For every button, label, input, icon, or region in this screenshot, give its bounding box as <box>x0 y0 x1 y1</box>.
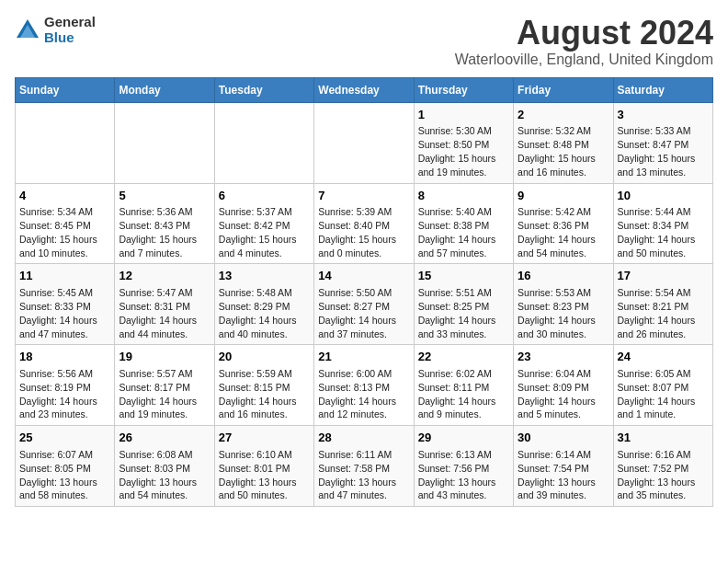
day-number: 8 <box>418 188 509 204</box>
calendar-cell: 9Sunrise: 5:42 AM Sunset: 8:36 PM Daylig… <box>514 183 613 264</box>
day-info: Sunrise: 5:45 AM Sunset: 8:33 PM Dayligh… <box>19 287 97 339</box>
day-info: Sunrise: 6:04 AM Sunset: 8:09 PM Dayligh… <box>518 368 596 420</box>
day-number: 4 <box>19 188 110 204</box>
calendar-cell: 10Sunrise: 5:44 AM Sunset: 8:34 PM Dayli… <box>613 183 712 264</box>
calendar-cell: 2Sunrise: 5:32 AM Sunset: 8:48 PM Daylig… <box>514 102 613 183</box>
calendar-cell: 8Sunrise: 5:40 AM Sunset: 8:38 PM Daylig… <box>414 183 513 264</box>
day-info: Sunrise: 5:53 AM Sunset: 8:23 PM Dayligh… <box>518 287 596 339</box>
day-info: Sunrise: 5:47 AM Sunset: 8:31 PM Dayligh… <box>119 287 197 339</box>
calendar-week-4: 18Sunrise: 5:56 AM Sunset: 8:19 PM Dayli… <box>16 345 713 426</box>
calendar-cell <box>115 102 214 183</box>
calendar-cell: 6Sunrise: 5:37 AM Sunset: 8:42 PM Daylig… <box>214 183 313 264</box>
day-number: 3 <box>618 107 709 123</box>
day-info: Sunrise: 6:05 AM Sunset: 8:07 PM Dayligh… <box>618 368 696 420</box>
title-block: August 2024 Waterlooville, England, Unit… <box>455 15 713 68</box>
calendar-cell: 16Sunrise: 5:53 AM Sunset: 8:23 PM Dayli… <box>514 264 613 345</box>
day-info: Sunrise: 5:34 AM Sunset: 8:45 PM Dayligh… <box>19 206 97 259</box>
day-number: 11 <box>19 268 110 284</box>
day-number: 15 <box>418 268 509 284</box>
day-number: 6 <box>219 188 310 204</box>
day-number: 22 <box>418 349 509 365</box>
day-number: 23 <box>518 349 609 365</box>
day-info: Sunrise: 5:32 AM Sunset: 8:48 PM Dayligh… <box>518 125 596 178</box>
calendar-cell: 22Sunrise: 6:02 AM Sunset: 8:11 PM Dayli… <box>414 345 513 426</box>
calendar-cell: 28Sunrise: 6:11 AM Sunset: 7:58 PM Dayli… <box>314 426 414 507</box>
day-number: 5 <box>119 188 210 204</box>
calendar-cell: 21Sunrise: 6:00 AM Sunset: 8:13 PM Dayli… <box>314 345 414 426</box>
calendar-week-3: 11Sunrise: 5:45 AM Sunset: 8:33 PM Dayli… <box>16 264 713 345</box>
calendar-cell: 17Sunrise: 5:54 AM Sunset: 8:21 PM Dayli… <box>613 264 712 345</box>
calendar-cell: 19Sunrise: 5:57 AM Sunset: 8:17 PM Dayli… <box>115 345 214 426</box>
day-info: Sunrise: 6:08 AM Sunset: 8:03 PM Dayligh… <box>119 449 197 501</box>
day-number: 12 <box>119 268 210 284</box>
page-title: August 2024 <box>455 15 713 52</box>
day-info: Sunrise: 6:16 AM Sunset: 7:52 PM Dayligh… <box>618 449 696 501</box>
day-info: Sunrise: 5:37 AM Sunset: 8:42 PM Dayligh… <box>219 206 297 259</box>
calendar-cell: 14Sunrise: 5:50 AM Sunset: 8:27 PM Dayli… <box>314 264 414 345</box>
day-number: 26 <box>119 430 210 446</box>
day-number: 2 <box>518 107 609 123</box>
day-number: 25 <box>19 430 110 446</box>
calendar-cell: 31Sunrise: 6:16 AM Sunset: 7:52 PM Dayli… <box>613 426 712 507</box>
day-info: Sunrise: 5:50 AM Sunset: 8:27 PM Dayligh… <box>318 287 396 339</box>
day-info: Sunrise: 5:51 AM Sunset: 8:25 PM Dayligh… <box>418 287 496 339</box>
day-info: Sunrise: 6:10 AM Sunset: 8:01 PM Dayligh… <box>219 449 297 501</box>
day-info: Sunrise: 5:30 AM Sunset: 8:50 PM Dayligh… <box>418 125 496 178</box>
day-info: Sunrise: 6:13 AM Sunset: 7:56 PM Dayligh… <box>418 449 496 501</box>
day-number: 18 <box>19 349 110 365</box>
calendar-cell: 1Sunrise: 5:30 AM Sunset: 8:50 PM Daylig… <box>414 102 513 183</box>
calendar-cell: 24Sunrise: 6:05 AM Sunset: 8:07 PM Dayli… <box>613 345 712 426</box>
calendar-cell: 4Sunrise: 5:34 AM Sunset: 8:45 PM Daylig… <box>16 183 115 264</box>
header-thursday: Thursday <box>414 77 513 102</box>
day-number: 9 <box>518 188 609 204</box>
day-number: 21 <box>318 349 409 365</box>
calendar-cell <box>214 102 313 183</box>
calendar-cell: 29Sunrise: 6:13 AM Sunset: 7:56 PM Dayli… <box>414 426 513 507</box>
calendar-cell: 3Sunrise: 5:33 AM Sunset: 8:47 PM Daylig… <box>613 102 712 183</box>
calendar-week-5: 25Sunrise: 6:07 AM Sunset: 8:05 PM Dayli… <box>16 426 713 507</box>
logo-blue-text: Blue <box>44 30 96 46</box>
day-number: 31 <box>618 430 709 446</box>
header-tuesday: Tuesday <box>214 77 313 102</box>
header-sunday: Sunday <box>16 77 115 102</box>
day-info: Sunrise: 6:02 AM Sunset: 8:11 PM Dayligh… <box>418 368 496 420</box>
day-number: 27 <box>219 430 310 446</box>
day-info: Sunrise: 6:14 AM Sunset: 7:54 PM Dayligh… <box>518 449 596 501</box>
calendar-cell <box>16 102 115 183</box>
day-number: 19 <box>119 349 210 365</box>
page-header: General Blue August 2024 Waterlooville, … <box>15 15 713 68</box>
calendar-cell: 30Sunrise: 6:14 AM Sunset: 7:54 PM Dayli… <box>514 426 613 507</box>
day-info: Sunrise: 5:56 AM Sunset: 8:19 PM Dayligh… <box>19 368 97 420</box>
day-info: Sunrise: 5:36 AM Sunset: 8:43 PM Dayligh… <box>119 206 197 259</box>
day-number: 24 <box>618 349 709 365</box>
calendar-table: SundayMondayTuesdayWednesdayThursdayFrid… <box>15 77 713 508</box>
header-saturday: Saturday <box>613 77 712 102</box>
header-monday: Monday <box>115 77 214 102</box>
calendar-cell: 12Sunrise: 5:47 AM Sunset: 8:31 PM Dayli… <box>115 264 214 345</box>
day-number: 29 <box>418 430 509 446</box>
calendar-cell: 25Sunrise: 6:07 AM Sunset: 8:05 PM Dayli… <box>16 426 115 507</box>
calendar-cell: 26Sunrise: 6:08 AM Sunset: 8:03 PM Dayli… <box>115 426 214 507</box>
logo-general-text: General <box>44 15 96 30</box>
day-number: 17 <box>618 268 709 284</box>
day-info: Sunrise: 6:11 AM Sunset: 7:58 PM Dayligh… <box>318 449 396 501</box>
day-number: 30 <box>518 430 609 446</box>
calendar-cell: 5Sunrise: 5:36 AM Sunset: 8:43 PM Daylig… <box>115 183 214 264</box>
day-number: 7 <box>318 188 409 204</box>
day-info: Sunrise: 5:33 AM Sunset: 8:47 PM Dayligh… <box>618 125 696 178</box>
day-info: Sunrise: 5:59 AM Sunset: 8:15 PM Dayligh… <box>219 368 297 420</box>
day-number: 28 <box>318 430 409 446</box>
calendar-header-row: SundayMondayTuesdayWednesdayThursdayFrid… <box>16 77 713 102</box>
calendar-cell: 27Sunrise: 6:10 AM Sunset: 8:01 PM Dayli… <box>214 426 313 507</box>
logo-icon <box>15 17 40 43</box>
logo-text: General Blue <box>44 15 96 45</box>
calendar-cell: 11Sunrise: 5:45 AM Sunset: 8:33 PM Dayli… <box>16 264 115 345</box>
day-number: 10 <box>618 188 709 204</box>
header-wednesday: Wednesday <box>314 77 414 102</box>
day-number: 1 <box>418 107 509 123</box>
day-info: Sunrise: 5:48 AM Sunset: 8:29 PM Dayligh… <box>219 287 297 339</box>
calendar-cell: 13Sunrise: 5:48 AM Sunset: 8:29 PM Dayli… <box>214 264 313 345</box>
day-number: 20 <box>219 349 310 365</box>
day-info: Sunrise: 5:39 AM Sunset: 8:40 PM Dayligh… <box>318 206 396 259</box>
day-info: Sunrise: 5:40 AM Sunset: 8:38 PM Dayligh… <box>418 206 496 259</box>
